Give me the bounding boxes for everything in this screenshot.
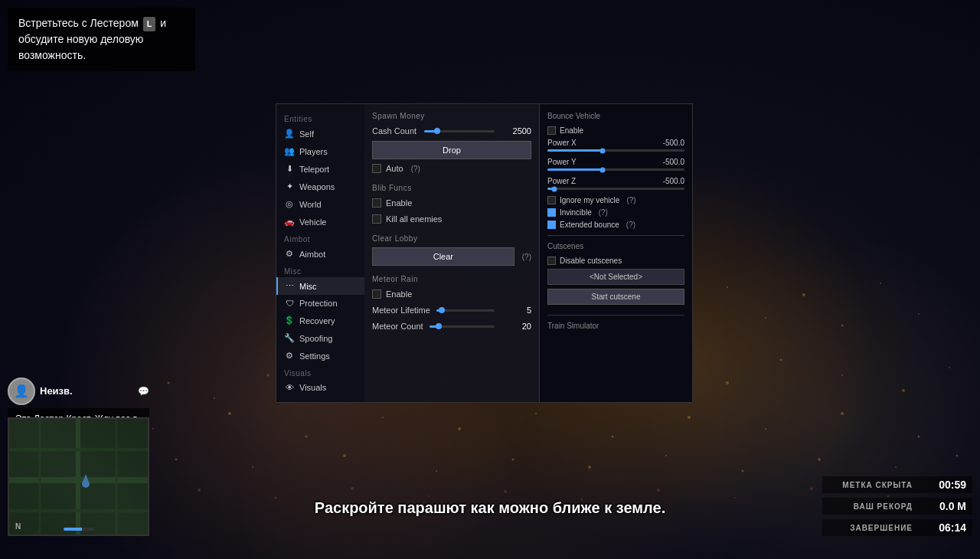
- top-subtitle-box: Встретьтесь с Лестером L и обсудите нову…: [8, 8, 195, 71]
- extended-bounce-row[interactable]: Extended bounce (?): [547, 221, 684, 229]
- extended-tooltip-icon: (?): [626, 221, 635, 229]
- invincible-row[interactable]: Invincible (?): [547, 208, 684, 217]
- meteor-lifetime-label: Meteor Lifetime: [372, 306, 430, 315]
- sidebar-section-visuals: Visuals: [276, 364, 364, 379]
- cutscenes-title: Cutscenes: [547, 242, 684, 250]
- meteor-lifetime-slider[interactable]: [436, 304, 495, 316]
- subtitle-text-before: Встретьтесь с Лестером: [18, 17, 139, 29]
- sidebar-item-self[interactable]: 👤 Self: [276, 125, 364, 142]
- chat-header: 👤 Неизв. 💬: [8, 378, 149, 405]
- svg-point-16: [228, 412, 231, 415]
- svg-point-46: [727, 286, 728, 288]
- svg-point-43: [918, 313, 920, 315]
- power-x-slider[interactable]: [547, 149, 684, 152]
- sidebar-label-recovery: Recovery: [299, 316, 335, 325]
- svg-point-26: [175, 459, 178, 461]
- teleport-icon: ⬇: [284, 164, 295, 174]
- self-icon: 👤: [284, 129, 295, 139]
- power-z-value: -500.0: [663, 177, 684, 185]
- vehicle-icon: 🚗: [284, 217, 295, 227]
- extended-bounce-checkbox[interactable]: [547, 221, 556, 229]
- auto-tooltip-icon: (?): [411, 165, 420, 173]
- meteor-enable-checkbox[interactable]: [372, 289, 381, 299]
- svg-point-52: [428, 495, 430, 497]
- cutscene-dropdown[interactable]: <Not Selected>: [547, 269, 684, 285]
- start-cutscene-button[interactable]: Start cutscene: [547, 289, 684, 305]
- train-simulator-title: Train Simulator: [547, 322, 684, 330]
- power-y-row: Power Y -500.0: [547, 158, 684, 171]
- auto-checkbox[interactable]: [372, 164, 381, 173]
- hud-row-3: ЗАВЕРШЕНИЕ 06:14: [822, 519, 972, 536]
- ignore-tooltip-icon: (?): [626, 196, 635, 204]
- sidebar-label-protection: Protection: [299, 299, 338, 308]
- sidebar-item-vehicle[interactable]: 🚗 Vehicle: [276, 213, 364, 230]
- svg-point-21: [612, 436, 614, 438]
- disable-cutscenes-checkbox[interactable]: [547, 257, 556, 265]
- sidebar-item-protection[interactable]: 🛡 Protection: [276, 295, 364, 312]
- sidebar-item-recovery[interactable]: 💲 Recovery: [276, 312, 364, 329]
- power-y-slider[interactable]: [547, 168, 684, 171]
- invincible-label: Invincible: [560, 208, 592, 217]
- ignore-vehicle-row[interactable]: Ignore my vehicle (?): [547, 196, 684, 204]
- bounce-enable-checkbox[interactable]: [547, 126, 556, 135]
- aimbot-icon: ⚙: [284, 249, 295, 259]
- sidebar-item-weapons[interactable]: ✦ Weapons: [276, 178, 364, 195]
- svg-point-56: [734, 497, 736, 499]
- hud-row-1: МЕТКА СКРЫТА 00:59: [822, 476, 972, 493]
- sidebar-label-misc: Misc: [299, 282, 317, 291]
- svg-point-47: [802, 293, 805, 296]
- meteor-enable-row[interactable]: Enable: [372, 288, 531, 300]
- cash-count-value: 2500: [501, 126, 531, 136]
- kill-all-row[interactable]: Kill all enemies: [372, 213, 531, 225]
- players-icon: 👥: [284, 146, 295, 156]
- svg-point-49: [198, 489, 201, 492]
- svg-point-17: [305, 436, 308, 438]
- drop-button[interactable]: Drop: [372, 141, 531, 159]
- svg-point-27: [252, 466, 253, 468]
- sidebar-label-self: Self: [299, 129, 314, 139]
- ignore-vehicle-checkbox[interactable]: [547, 196, 556, 204]
- bounce-enable-label: Enable: [560, 126, 583, 135]
- sidebar-label-spoofing: Spoofing: [299, 334, 332, 343]
- sidebar-label-world: World: [299, 200, 322, 209]
- cash-count-label: Cash Count: [372, 126, 418, 136]
- sidebar-item-misc[interactable]: ⋯ Misc: [276, 277, 364, 295]
- sidebar-item-visuals[interactable]: 👁 Visuals: [276, 379, 364, 396]
- sidebar-item-spoofing[interactable]: 🔧 Spoofing: [276, 329, 364, 347]
- kill-all-checkbox[interactable]: [372, 214, 381, 224]
- svg-point-29: [436, 470, 437, 472]
- power-z-slider[interactable]: [547, 188, 684, 190]
- sidebar-item-settings[interactable]: ⚙ Settings: [276, 347, 364, 364]
- svg-point-10: [726, 381, 729, 384]
- clear-button[interactable]: Clear: [372, 247, 514, 266]
- svg-point-33: [742, 470, 744, 472]
- invincible-tooltip-icon: (?): [599, 208, 608, 217]
- blib-enable-checkbox[interactable]: [372, 198, 381, 208]
- ignore-vehicle-label: Ignore my vehicle: [560, 196, 619, 204]
- svg-point-55: [657, 489, 660, 492]
- svg-point-18: [382, 417, 384, 418]
- svg-point-30: [512, 459, 514, 461]
- invincible-checkbox[interactable]: [547, 208, 556, 217]
- power-x-row: Power X -500.0: [547, 139, 684, 152]
- clear-lobby-title: Clear Lobby: [372, 234, 531, 243]
- cash-count-slider[interactable]: [424, 125, 495, 137]
- svg-point-41: [765, 317, 766, 319]
- meteor-count-slider[interactable]: [430, 320, 495, 332]
- sidebar-item-aimbot[interactable]: ⚙ Aimbot: [276, 245, 364, 263]
- blib-enable-row[interactable]: Enable: [372, 197, 531, 209]
- svg-point-24: [841, 412, 844, 415]
- power-y-label: Power Y: [547, 158, 577, 166]
- hud-value-1: 00:59: [920, 479, 966, 491]
- sidebar-item-world[interactable]: ◎ World: [276, 195, 364, 213]
- sidebar-section-aimbot: Aimbot: [276, 230, 364, 245]
- sidebar-item-players[interactable]: 👥 Players: [276, 142, 364, 160]
- disable-cutscenes-row[interactable]: Disable cutscenes: [547, 257, 684, 265]
- sidebar-item-teleport[interactable]: ⬇ Teleport: [276, 160, 364, 178]
- clear-tooltip-icon: (?): [522, 253, 531, 261]
- hud-value-3: 06:14: [920, 521, 966, 534]
- svg-point-14: [949, 367, 950, 368]
- auto-checkbox-row[interactable]: Auto (?): [372, 162, 531, 175]
- blib-enable-label: Enable: [386, 198, 412, 208]
- bounce-enable-row[interactable]: Enable: [547, 126, 684, 135]
